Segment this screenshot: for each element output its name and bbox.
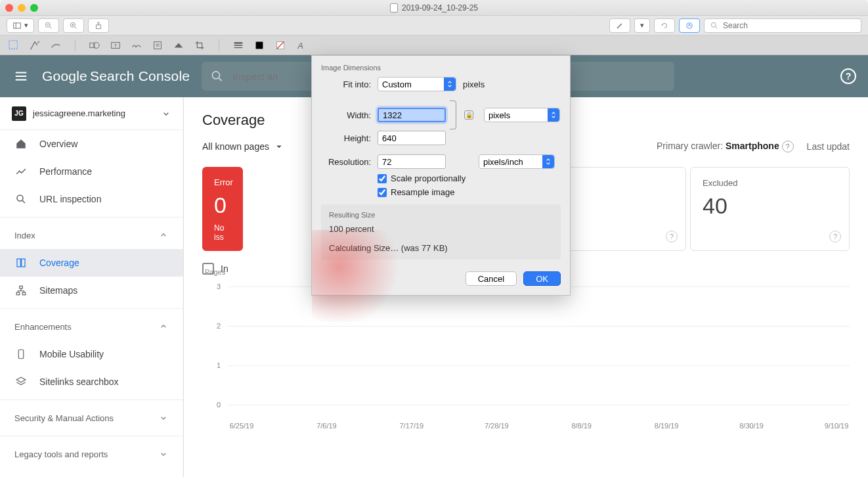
traffic-lights bbox=[5, 4, 38, 12]
shapes-tool-icon[interactable] bbox=[89, 39, 100, 51]
select-arrow-icon bbox=[444, 78, 456, 91]
sidebar-item-label: Performance bbox=[39, 166, 92, 177]
svg-point-14 bbox=[37, 42, 39, 43]
home-icon bbox=[14, 137, 28, 150]
sidebar-item-url-inspection[interactable]: URL inspection bbox=[0, 185, 183, 213]
sidebar-item-mobile-usability[interactable]: Mobile Usability bbox=[0, 340, 183, 368]
instant-alpha-icon[interactable] bbox=[29, 39, 41, 51]
svg-line-3 bbox=[50, 26, 52, 28]
line-style-icon[interactable] bbox=[232, 39, 244, 51]
edit-mode-button[interactable] bbox=[679, 18, 700, 33]
view-options-button[interactable]: ▾ bbox=[7, 18, 34, 33]
window-title: 2019-09-24_10-29-25 bbox=[0, 3, 868, 12]
svg-text:T: T bbox=[114, 42, 118, 48]
panel-icon bbox=[12, 21, 22, 30]
checkbox-input[interactable] bbox=[378, 174, 387, 183]
sidebar-item-label: Mobile Usability bbox=[39, 349, 104, 359]
crop-tool-icon[interactable] bbox=[194, 39, 206, 51]
lock-icon[interactable]: 🔒 bbox=[464, 110, 473, 120]
svg-point-30 bbox=[213, 72, 220, 79]
sidebar-item-label: Overview bbox=[39, 139, 77, 149]
scale-proportionally-checkbox[interactable]: Scale proportionally bbox=[312, 171, 570, 185]
fit-into-value: Custom bbox=[382, 80, 412, 89]
font-style-icon[interactable]: A bbox=[295, 39, 307, 51]
y-tick: 1 bbox=[217, 361, 221, 369]
minimize-window-icon[interactable] bbox=[18, 4, 26, 12]
svg-rect-34 bbox=[17, 259, 20, 267]
close-window-icon[interactable] bbox=[5, 4, 13, 12]
card-value: 40 bbox=[703, 193, 837, 219]
gsc-logo-sc: Search Console bbox=[90, 68, 190, 84]
app-search[interactable] bbox=[704, 18, 861, 33]
zoom-out-button[interactable] bbox=[38, 18, 59, 33]
filter-label: All known pages bbox=[202, 141, 269, 152]
selection-tool-icon[interactable] bbox=[8, 39, 20, 51]
resulting-percent: 100 percent bbox=[329, 224, 553, 234]
search-icon bbox=[710, 21, 719, 30]
zoom-in-button[interactable] bbox=[63, 18, 84, 33]
sidebar-item-coverage[interactable]: Coverage bbox=[0, 249, 183, 277]
resolution-unit-select[interactable]: pixels/inch bbox=[479, 154, 555, 169]
y-tick: 3 bbox=[217, 283, 221, 290]
sidebar-item-sitemaps[interactable]: Sitemaps bbox=[0, 277, 183, 304]
sidebar-section-index[interactable]: Index bbox=[0, 221, 183, 249]
share-icon bbox=[94, 21, 103, 30]
card-error[interactable]: Error 0 No iss bbox=[202, 167, 243, 251]
checkbox-input[interactable] bbox=[378, 188, 387, 197]
markup-dropdown[interactable]: ▾ bbox=[634, 18, 650, 33]
sidebar-section-enhancements[interactable]: Enhancements bbox=[0, 313, 183, 340]
resample-image-checkbox[interactable]: Resample image bbox=[312, 185, 570, 199]
svg-point-15 bbox=[38, 41, 39, 42]
sidebar-item-overview[interactable]: Overview bbox=[0, 130, 183, 158]
wh-unit-select[interactable]: pixels bbox=[484, 108, 560, 122]
height-input[interactable] bbox=[378, 131, 446, 145]
app-toolbar: ▾ ▾ bbox=[0, 16, 868, 35]
card-value: 0 bbox=[214, 193, 231, 218]
sidebar-section-security[interactable]: Security & Manual Actions bbox=[0, 404, 183, 432]
fill-color-icon[interactable] bbox=[274, 39, 286, 51]
maximize-window-icon[interactable] bbox=[30, 4, 38, 12]
resolution-label: Resolution: bbox=[321, 157, 371, 167]
card-excluded[interactable]: Excluded 40 ? bbox=[690, 167, 850, 251]
x-tick: 8/30/19 bbox=[739, 422, 764, 430]
mask-tool-icon[interactable] bbox=[173, 39, 184, 51]
coverage-chart: Pages 01236/25/197/6/197/17/197/28/198/8… bbox=[228, 280, 850, 418]
ok-button[interactable]: OK bbox=[523, 271, 561, 286]
app-search-input[interactable] bbox=[723, 21, 856, 30]
help-icon[interactable]: ? bbox=[782, 141, 794, 152]
note-tool-icon[interactable] bbox=[152, 39, 163, 51]
image-dimensions-dialog: Image Dimensions Fit into: Custom pixels… bbox=[311, 55, 571, 296]
chevron-down-icon bbox=[158, 449, 169, 459]
primary-crawler: Primary crawler: Smartphone ? bbox=[657, 141, 794, 152]
stroke-color-icon[interactable] bbox=[253, 39, 265, 51]
property-selector[interactable]: JG jessicagreene.marketing bbox=[0, 97, 183, 130]
cancel-button[interactable]: Cancel bbox=[466, 271, 517, 286]
svg-point-11 bbox=[711, 22, 716, 27]
sidebar-section-legacy[interactable]: Legacy tools and reports bbox=[0, 440, 183, 468]
help-button[interactable]: ? bbox=[840, 68, 856, 84]
y-tick: 2 bbox=[217, 322, 221, 330]
hamburger-menu-button[interactable] bbox=[12, 67, 30, 85]
pen-icon bbox=[615, 21, 624, 30]
markup-button[interactable] bbox=[609, 18, 630, 33]
info-icon[interactable]: ? bbox=[829, 231, 841, 242]
page-filter-dropdown[interactable]: All known pages bbox=[202, 141, 285, 152]
fit-into-select[interactable]: Custom bbox=[378, 77, 456, 91]
svg-text:A: A bbox=[297, 41, 303, 50]
width-input[interactable] bbox=[378, 108, 446, 122]
rotate-button[interactable] bbox=[654, 18, 675, 33]
chevron-up-icon bbox=[158, 321, 169, 332]
section-label: Enhancements bbox=[14, 322, 72, 332]
fit-into-label: Fit into: bbox=[321, 80, 371, 89]
info-icon[interactable]: ? bbox=[666, 231, 678, 242]
resolution-input[interactable] bbox=[378, 154, 446, 169]
sign-tool-icon[interactable] bbox=[131, 39, 142, 51]
share-button[interactable] bbox=[88, 18, 109, 33]
resulting-calc: Calculating Size… (was 77 KB) bbox=[329, 243, 553, 253]
draw-tool-icon[interactable] bbox=[50, 39, 62, 51]
x-tick: 6/25/19 bbox=[230, 422, 254, 430]
text-tool-icon[interactable]: T bbox=[110, 39, 121, 51]
gsc-sidebar: JG jessicagreene.marketing Overview Perf… bbox=[0, 97, 184, 477]
sidebar-item-sitelinks[interactable]: Sitelinks searchbox bbox=[0, 368, 183, 396]
sidebar-item-performance[interactable]: Performance bbox=[0, 158, 183, 185]
